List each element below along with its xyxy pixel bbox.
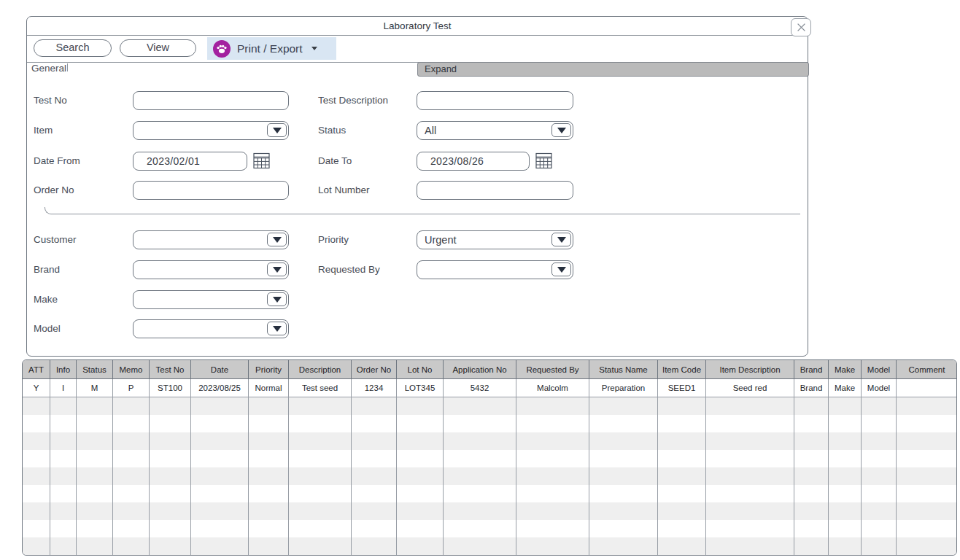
table-cell [113, 502, 150, 520]
table-cell [794, 520, 829, 537]
window-title: Laboratory Test [384, 20, 452, 31]
table-cell [77, 520, 113, 537]
table-cell [113, 520, 150, 537]
table-cell [50, 520, 77, 537]
dropdown-arrow-icon [557, 267, 566, 273]
table-cell [397, 450, 444, 467]
make-label: Make [34, 290, 58, 309]
close-button[interactable] [791, 18, 811, 36]
lot-number-input[interactable] [417, 182, 573, 199]
table-cell [397, 415, 444, 432]
table-header-cell[interactable]: Lot No [397, 360, 444, 378]
date-from-input[interactable] [133, 152, 247, 170]
table-cell [829, 450, 862, 467]
table-header-cell[interactable]: Make [829, 360, 862, 378]
model-dropdown[interactable] [133, 319, 289, 338]
table-header-cell[interactable]: Item Description [706, 360, 794, 378]
table-cell: 1234 [352, 379, 397, 397]
table-cell [23, 467, 50, 485]
table-cell [862, 450, 897, 467]
date-from-label: Date From [34, 152, 80, 171]
print-export-button[interactable]: Print / Export [207, 37, 336, 60]
table-cell [191, 432, 249, 450]
status-dropdown[interactable]: All [417, 121, 573, 140]
table-cell: ST100 [150, 379, 191, 397]
table-cell [150, 520, 191, 537]
requested-by-label: Requested By [318, 260, 380, 279]
table-row[interactable]: YIMPST1002023/08/25NormalTest seed1234LO… [23, 379, 956, 397]
order-no-input[interactable] [133, 182, 288, 199]
table-header-cell[interactable]: Requested By [516, 360, 589, 378]
table-header-cell[interactable]: Info [50, 360, 77, 378]
status-value: All [425, 122, 549, 139]
status-dropdown-button[interactable] [551, 123, 571, 137]
table-cell: Brand [794, 379, 829, 397]
table-header-cell[interactable]: Priority [249, 360, 289, 378]
table-header-cell[interactable]: ATT [23, 360, 50, 378]
table-cell [249, 502, 289, 520]
table-cell [516, 397, 589, 415]
table-header-cell[interactable]: Order No [352, 360, 397, 378]
table-header-cell[interactable]: Comment [897, 360, 957, 378]
table-cell [516, 432, 589, 450]
date-to-input[interactable] [417, 152, 529, 170]
item-dropdown-button[interactable] [267, 123, 287, 137]
date-from-calendar-icon[interactable] [253, 152, 270, 169]
table-cell [50, 537, 77, 555]
table-empty-row [23, 485, 956, 502]
table-cell [150, 467, 191, 485]
table-cell: M [77, 379, 113, 397]
table-cell [23, 485, 50, 502]
table-cell [249, 537, 289, 555]
search-button[interactable]: Search [34, 39, 112, 57]
table-header-cell[interactable]: Test No [150, 360, 191, 378]
table-cell [249, 432, 289, 450]
expand-bar[interactable]: Expand [417, 62, 809, 77]
requested-by-dropdown[interactable] [417, 260, 573, 279]
requested-by-dropdown-button[interactable] [551, 262, 571, 276]
table-header-cell[interactable]: Description [289, 360, 352, 378]
item-dropdown[interactable] [133, 121, 289, 140]
make-dropdown[interactable] [133, 290, 289, 309]
date-to-calendar-icon[interactable] [535, 152, 552, 169]
table-cell: Malcolm [516, 379, 589, 397]
table-cell [150, 485, 191, 502]
table-cell [289, 450, 352, 467]
table-cell [50, 397, 77, 415]
table-cell [249, 485, 289, 502]
table-header-cell[interactable]: Memo [113, 360, 150, 378]
table-header-cell[interactable]: Brand [794, 360, 829, 378]
table-cell [191, 502, 249, 520]
table-header-cell[interactable]: Model [862, 360, 897, 378]
table-cell [706, 415, 794, 432]
table-cell [150, 537, 191, 555]
table-cell [249, 415, 289, 432]
table-cell [897, 502, 957, 520]
customer-dropdown[interactable] [133, 230, 289, 249]
table-cell [23, 450, 50, 467]
test-description-input[interactable] [417, 92, 573, 109]
customer-dropdown-button[interactable] [267, 233, 287, 246]
make-dropdown-button[interactable] [267, 292, 287, 306]
model-dropdown-button[interactable] [267, 322, 287, 335]
priority-dropdown[interactable]: Urgent [417, 230, 573, 249]
date-to-field-wrap [417, 152, 530, 171]
brand-dropdown-button[interactable] [267, 262, 287, 276]
table-cell [862, 485, 897, 502]
table-cell [897, 467, 957, 485]
item-label: Item [34, 121, 53, 140]
view-button[interactable]: View [120, 39, 196, 57]
table-cell [397, 485, 444, 502]
table-empty-row [23, 520, 956, 537]
priority-value: Urgent [425, 231, 549, 249]
table-empty-row [23, 537, 956, 555]
test-no-input[interactable] [133, 92, 288, 109]
table-header-cell[interactable]: Item Code [658, 360, 706, 378]
table-header-cell[interactable]: Status [77, 360, 113, 378]
table-header-cell[interactable]: Application No [444, 360, 516, 378]
table-header-cell[interactable]: Date [191, 360, 249, 378]
priority-dropdown-button[interactable] [551, 233, 571, 246]
dropdown-arrow-icon [273, 267, 282, 273]
table-header-cell[interactable]: Status Name [589, 360, 658, 378]
brand-dropdown[interactable] [133, 260, 289, 279]
